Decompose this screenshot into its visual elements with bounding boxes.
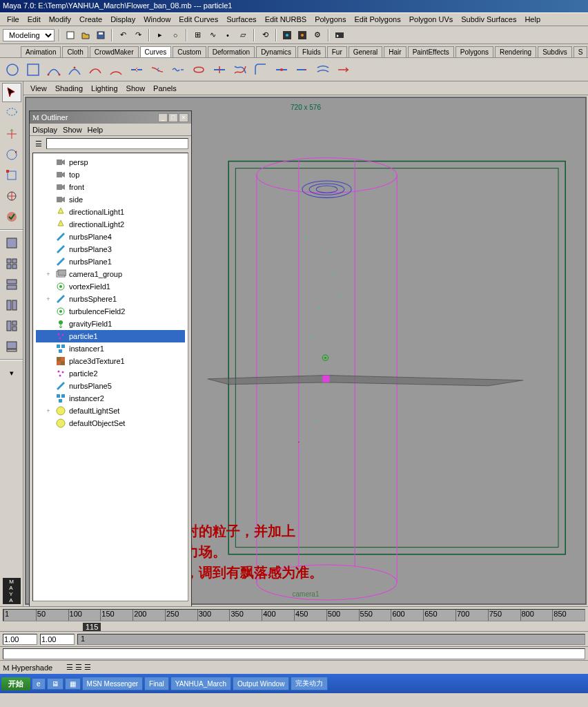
outliner-menu-help[interactable]: Help <box>88 126 104 134</box>
scale-tool[interactable] <box>2 166 21 185</box>
task-msn-messenger[interactable]: MSN Messenger <box>82 677 143 690</box>
shelf-pencil-curve-icon[interactable] <box>86 60 105 79</box>
shelf-tab-animation[interactable]: Animation <box>21 46 61 57</box>
undo-icon[interactable]: ↶ <box>117 29 129 41</box>
vp-menu-view[interactable]: View <box>26 84 51 93</box>
save-button[interactable] <box>95 29 107 41</box>
show-hide-icon[interactable]: ▾ <box>2 363 21 382</box>
vp-menu-shading[interactable]: Shading <box>51 84 87 93</box>
shelf-attach-icon[interactable] <box>127 60 146 79</box>
shelf-ep-curve-icon[interactable] <box>65 60 84 79</box>
menu-window[interactable]: Window <box>139 15 175 23</box>
outliner-item-nurbsPlane4[interactable]: nurbsPlane4 <box>36 231 185 243</box>
shelf-tab-rendering[interactable]: Rendering <box>495 46 536 57</box>
outliner-item-nurbsPlane5[interactable]: nurbsPlane5 <box>36 380 185 392</box>
outliner-item-particle2[interactable]: particle2 <box>36 367 185 380</box>
layout-four-button[interactable] <box>2 254 21 273</box>
menu-edit[interactable]: Edit <box>23 15 45 23</box>
shelf-tab-dynamics[interactable]: Dynamics <box>256 46 296 57</box>
layout-single-button[interactable] <box>2 233 21 253</box>
hypershade-panel-bar[interactable]: M Hypershade ☰ ☰ ☰ <box>0 660 588 674</box>
shelf-detach-icon[interactable] <box>148 60 167 79</box>
last-tool[interactable] <box>2 207 21 226</box>
menu-file[interactable]: File <box>3 15 23 23</box>
shelf-cv-curve-icon[interactable] <box>44 60 63 79</box>
minimize-button[interactable]: _ <box>158 113 168 122</box>
outliner-item-top[interactable]: top <box>36 168 185 181</box>
quick-launch-app-icon[interactable]: ▦ <box>65 678 81 690</box>
vp-menu-lighting[interactable]: Lighting <box>87 84 122 93</box>
outliner-filter-icon[interactable]: ☰ <box>32 137 45 150</box>
shelf-tab-cloth[interactable]: Cloth <box>62 46 88 57</box>
time-ruler[interactable]: 1501001502002503003504004505005506006507… <box>3 609 585 621</box>
mode-dropdown[interactable]: Modeling <box>3 29 55 41</box>
shelf-extend-icon[interactable] <box>293 60 312 79</box>
shelf-tab-hair[interactable]: Hair <box>384 46 406 57</box>
close-button[interactable]: × <box>179 113 188 122</box>
time-slider[interactable]: 1501001502002503003504004505005506006507… <box>0 606 588 623</box>
outliner-item-instancer1[interactable]: instancer1 <box>36 342 185 355</box>
history-button[interactable]: ⟲ <box>259 29 271 41</box>
shelf-fillet-icon[interactable] <box>251 60 271 79</box>
open-button[interactable] <box>79 29 92 41</box>
layout-persp-button[interactable] <box>2 337 21 356</box>
shelf-tab-fluids[interactable]: Fluids <box>297 46 326 57</box>
task-final[interactable]: Final <box>144 677 169 690</box>
expand-toggle[interactable]: + <box>44 271 52 278</box>
layout-three-button[interactable] <box>2 316 21 336</box>
snap-point-button[interactable]: • <box>222 29 234 41</box>
rotate-tool[interactable] <box>2 145 21 164</box>
outliner-item-defaultObjectSet[interactable]: defaultObjectSet <box>36 417 185 429</box>
outliner-item-particle1[interactable]: particle1 <box>36 330 185 342</box>
outliner-item-turbulenceField2[interactable]: turbulenceField2 <box>36 305 185 318</box>
quick-launch-ie-icon[interactable]: e <box>32 678 46 690</box>
outliner-tree[interactable]: persptopfrontsidedirectionalLight1direct… <box>32 153 188 601</box>
quick-launch-desktop-icon[interactable]: 🖥 <box>47 678 63 690</box>
menu-create[interactable]: Create <box>75 15 106 23</box>
move-tool[interactable] <box>2 124 21 144</box>
start-button[interactable]: 开始 <box>1 677 30 690</box>
shelf-tab-s[interactable]: S <box>574 46 588 57</box>
range-start-input[interactable] <box>3 634 37 645</box>
shelf-tab-painteffects[interactable]: PaintEffects <box>408 46 454 57</box>
menu-edit-nurbs[interactable]: Edit NURBS <box>261 15 311 23</box>
menu-subdiv-surfaces[interactable]: Subdiv Surfaces <box>457 15 520 23</box>
outliner-item-nurbsPlane3[interactable]: nurbsPlane3 <box>36 243 185 255</box>
shelf-tab-crowdmaker[interactable]: CrowdMaker <box>90 46 139 57</box>
menu-modify[interactable]: Modify <box>45 15 75 23</box>
shelf-open-close-icon[interactable] <box>189 60 208 79</box>
outliner-menu-show[interactable]: Show <box>63 126 82 134</box>
command-input[interactable] <box>3 648 585 659</box>
vp-menu-show[interactable]: Show <box>122 84 150 93</box>
new-scene-button[interactable] <box>64 29 77 41</box>
expand-toggle[interactable]: + <box>44 296 52 302</box>
task-output-window[interactable]: Output Window <box>233 677 289 690</box>
shelf-insert-knot-icon[interactable] <box>272 60 291 79</box>
snap-plane-button[interactable]: ▱ <box>237 29 249 41</box>
menu-polygons[interactable]: Polygons <box>311 15 350 23</box>
help-button[interactable] <box>333 29 346 41</box>
render-button[interactable] <box>281 29 293 41</box>
outliner-item-place3dTexture1[interactable]: place3dTexture1 <box>36 355 185 367</box>
shelf-tab-subdivs[interactable]: Subdivs <box>538 46 572 57</box>
outliner-item-nurbsPlane1[interactable]: nurbsPlane1 <box>36 255 185 268</box>
shelf-reverse-icon[interactable] <box>334 60 353 79</box>
menu-display[interactable]: Display <box>106 15 139 23</box>
maximize-button[interactable]: □ <box>168 113 178 122</box>
outliner-search-input[interactable] <box>46 138 188 149</box>
render-settings-button[interactable]: ⚙ <box>311 29 324 41</box>
menu-polygon-uvs[interactable]: Polygon UVs <box>405 15 458 23</box>
shelf-intersect-icon[interactable] <box>231 60 250 79</box>
select-button[interactable]: ▸ <box>154 29 166 41</box>
outliner-item-side[interactable]: side <box>36 193 185 206</box>
outliner-item-nurbsSphere1[interactable]: +nurbsSphere1 <box>36 293 185 305</box>
range-end-input[interactable] <box>40 634 75 645</box>
vp-menu-panels[interactable]: Panels <box>149 84 181 93</box>
outliner-item-directionalLight2[interactable]: directionalLight2 <box>36 218 185 231</box>
select-tool[interactable] <box>2 83 21 102</box>
shelf-tab-curves[interactable]: Curves <box>140 46 172 57</box>
menu-surfaces[interactable]: Surfaces <box>222 15 260 23</box>
outliner-item-gravityField1[interactable]: gravityField1 <box>36 318 185 330</box>
outliner-window[interactable]: M Outliner _ □ × DisplayShowHelp ☰ persp… <box>29 110 192 608</box>
outliner-item-vortexField1[interactable]: vortexField1 <box>36 280 185 293</box>
